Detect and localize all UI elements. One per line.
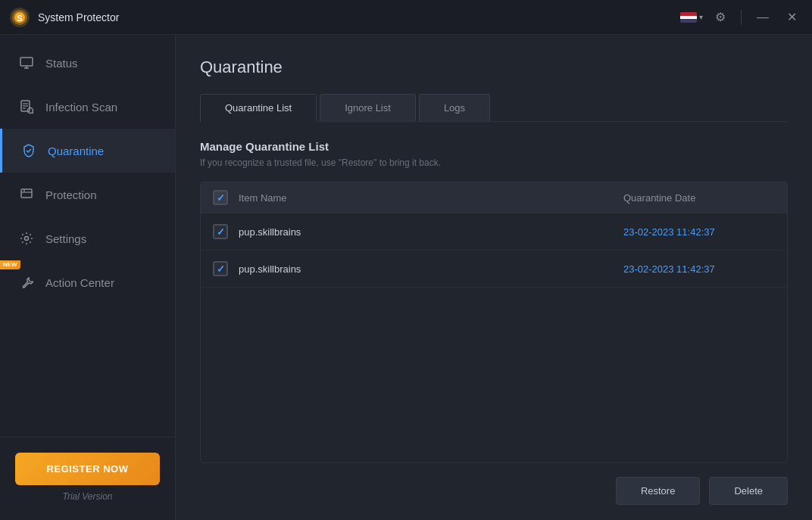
restore-button[interactable]: Restore: [616, 477, 701, 505]
sidebar-label-settings: Settings: [45, 232, 86, 245]
sidebar-item-settings[interactable]: Settings: [0, 216, 175, 260]
quarantine-table: Item Name Quarantine Date pup.skillbrain…: [200, 182, 788, 463]
settings-button[interactable]: ⚙: [709, 7, 732, 27]
new-badge: NEW: [0, 260, 20, 269]
table-row[interactable]: pup.skillbrains 23-02-2023 11:42:37: [201, 213, 787, 251]
close-button[interactable]: ✕: [781, 7, 803, 27]
sidebar-item-action-center[interactable]: NEW Action Center: [0, 260, 175, 304]
language-selector[interactable]: ▾: [680, 12, 703, 23]
row-item-name-2: pup.skillbrains: [239, 263, 623, 275]
title-bar: S System Protector ▾ ⚙ — ✕: [0, 0, 812, 35]
trial-version-label: Trial Version: [15, 491, 160, 502]
sidebar-item-quarantine[interactable]: Quarantine: [0, 129, 175, 173]
svg-text:S: S: [17, 14, 22, 23]
scan-icon: [18, 98, 35, 115]
flag-icon: [680, 12, 697, 23]
svg-point-11: [28, 108, 33, 114]
sidebar-item-infection-scan[interactable]: Infection Scan: [0, 85, 175, 129]
sidebar-label-infection-scan: Infection Scan: [45, 101, 117, 114]
sidebar-label-action-center: Action Center: [45, 276, 114, 289]
row-item-name-1: pup.skillbrains: [239, 226, 623, 238]
svg-point-16: [25, 237, 29, 241]
col-header-item-name: Item Name: [239, 192, 623, 204]
svg-rect-13: [21, 189, 32, 198]
sidebar-label-status: Status: [45, 57, 78, 70]
row-checkbox-2[interactable]: [213, 261, 228, 276]
content-footer: Restore Delete: [200, 463, 788, 505]
page-title: Quarantine: [200, 58, 788, 77]
table-header: Item Name Quarantine Date: [201, 182, 787, 213]
manage-title: Manage Quarantine List: [200, 140, 788, 153]
tabs: Quarantine List Ignore List Logs: [200, 94, 788, 122]
manage-subtitle: If you recognize a trusted file, use "Re…: [200, 157, 788, 168]
shield-icon: [20, 142, 37, 159]
svg-line-12: [33, 113, 34, 114]
monitor-icon: [18, 54, 35, 71]
col-header-quarantine-date: Quarantine Date: [623, 192, 775, 204]
row-checkbox-1[interactable]: [213, 224, 228, 239]
separator: [741, 10, 742, 25]
language-chevron: ▾: [699, 13, 703, 21]
row-date-1: 23-02-2023 11:42:37: [623, 226, 775, 238]
sidebar: Status Infection Scan: [0, 35, 176, 520]
app-logo: S: [9, 7, 30, 28]
table-row[interactable]: pup.skillbrains 23-02-2023 11:42:37: [201, 251, 787, 288]
tab-ignore-list[interactable]: Ignore List: [320, 94, 416, 121]
tools-icon: [18, 274, 35, 291]
table-body: pup.skillbrains 23-02-2023 11:42:37 pup.…: [201, 213, 787, 288]
select-all-checkbox[interactable]: [213, 190, 228, 205]
sidebar-item-protection[interactable]: Protection: [0, 173, 175, 216]
sidebar-bottom: REGISTER NOW Trial Version: [0, 437, 175, 520]
gear-icon: [18, 230, 35, 247]
minimize-button[interactable]: —: [751, 8, 775, 27]
tab-logs[interactable]: Logs: [419, 94, 490, 121]
tab-quarantine-list[interactable]: Quarantine List: [200, 94, 317, 122]
title-bar-controls: ▾ ⚙ — ✕: [680, 7, 803, 27]
delete-button[interactable]: Delete: [709, 477, 788, 505]
sidebar-label-protection: Protection: [45, 188, 97, 201]
register-now-button[interactable]: REGISTER NOW: [15, 453, 160, 485]
sidebar-label-quarantine: Quarantine: [48, 145, 104, 157]
sidebar-nav: Status Infection Scan: [0, 35, 175, 437]
sidebar-item-status[interactable]: Status: [0, 41, 175, 85]
svg-rect-4: [20, 58, 33, 66]
app-title: System Protector: [38, 11, 680, 23]
main-content: Quarantine Quarantine List Ignore List L…: [176, 35, 812, 520]
protection-icon: [18, 186, 35, 203]
app-layout: Status Infection Scan: [0, 35, 812, 520]
row-date-2: 23-02-2023 11:42:37: [623, 263, 775, 275]
